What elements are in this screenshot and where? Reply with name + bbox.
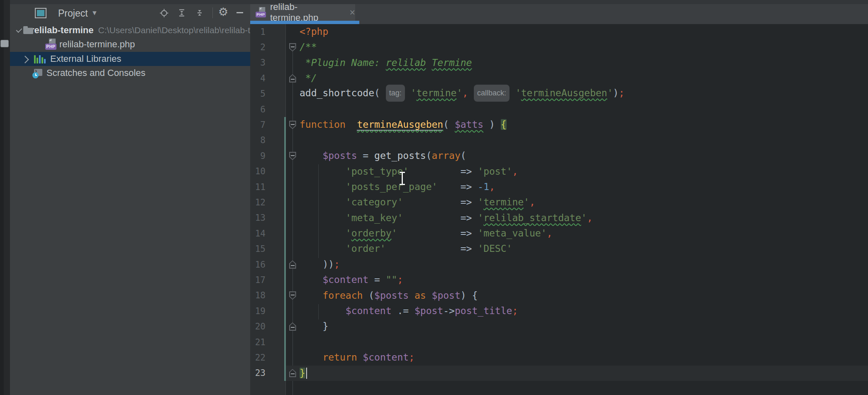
chevron-right-icon[interactable] bbox=[21, 56, 29, 63]
code-text[interactable]: $content .= $post->post_title; bbox=[300, 303, 868, 319]
code-text[interactable]: 'category' => 'termine', bbox=[300, 195, 868, 210]
code-line[interactable]: 1<?php bbox=[250, 24, 868, 39]
line-number[interactable]: 15 bbox=[250, 244, 285, 254]
tree-row-scratches[interactable]: Scratches and Consoles bbox=[10, 66, 250, 80]
code-line[interactable]: 16 )); bbox=[250, 257, 868, 272]
line-number[interactable]: 11 bbox=[250, 182, 285, 192]
code-line[interactable]: 23} bbox=[250, 366, 868, 381]
code-line[interactable]: 20 } bbox=[250, 319, 868, 334]
code-line[interactable]: 13 'meta_key' => 'relilab_startdate', bbox=[250, 210, 868, 226]
code-line[interactable]: 9 $posts = get_posts(array( bbox=[250, 148, 868, 163]
fold-end-icon[interactable] bbox=[289, 322, 296, 331]
tab-relilab-termine[interactable]: PHP relilab-termine.php × bbox=[250, 4, 355, 21]
code-line[interactable]: 12 'category' => 'termine', bbox=[250, 195, 868, 210]
locate-file-button[interactable] bbox=[159, 8, 168, 17]
gear-icon[interactable]: ⚙ bbox=[218, 5, 228, 19]
code-text[interactable]: /** bbox=[300, 39, 868, 55]
code-line[interactable]: 18 foreach ($posts as $post) { bbox=[250, 288, 868, 303]
collapse-all-button[interactable] bbox=[195, 8, 204, 17]
code-line[interactable]: 2/** bbox=[250, 39, 868, 55]
code-text[interactable]: <?php bbox=[300, 24, 868, 39]
tree-row-php-file[interactable]: PHP relilab-termine.php bbox=[10, 37, 250, 51]
line-number[interactable]: 14 bbox=[250, 229, 285, 239]
project-view-icon[interactable] bbox=[35, 8, 46, 18]
line-number[interactable]: 17 bbox=[250, 275, 285, 285]
line-number[interactable]: 3 bbox=[250, 58, 285, 68]
tree-row-external-libraries[interactable]: External Libraries bbox=[10, 52, 251, 66]
fold-start-icon[interactable] bbox=[289, 291, 296, 300]
code-text[interactable]: */ bbox=[300, 71, 868, 86]
line-number[interactable]: 4 bbox=[250, 73, 285, 83]
code-text[interactable]: 'order' => 'DESC' bbox=[300, 241, 868, 256]
code-line[interactable]: 3 *Plugin Name: relilab Termine bbox=[250, 55, 868, 71]
code-text[interactable]: foreach ($posts as $post) { bbox=[300, 288, 868, 303]
code-line[interactable]: 5add_shortcode( tag: 'termine', callback… bbox=[250, 86, 868, 102]
code-line[interactable]: 21 bbox=[250, 334, 868, 350]
fold-end-icon[interactable] bbox=[289, 74, 296, 83]
code-text[interactable]: 'meta_key' => 'relilab_startdate', bbox=[300, 210, 868, 226]
code-line[interactable]: 22 return $content; bbox=[250, 350, 868, 365]
project-panel-title[interactable]: Project bbox=[58, 8, 88, 19]
expand-all-button[interactable] bbox=[177, 8, 186, 17]
code-line[interactable]: 10 'post_type' => 'post', bbox=[250, 164, 868, 179]
fold-start-icon[interactable] bbox=[289, 43, 296, 51]
code-line[interactable]: 7function termineAusgeben( $atts ) { bbox=[250, 117, 868, 132]
line-number[interactable]: 9 bbox=[250, 151, 285, 161]
line-number[interactable]: 12 bbox=[250, 198, 285, 207]
hide-panel-button[interactable] bbox=[237, 12, 243, 13]
toolbar-divider bbox=[212, 7, 213, 18]
line-number[interactable]: 19 bbox=[250, 306, 285, 316]
code-text[interactable]: 'orderby' => 'meta_value', bbox=[300, 226, 868, 241]
code-line[interactable]: 19 $content .= $post->post_title; bbox=[250, 303, 868, 319]
fold-end-icon[interactable] bbox=[289, 369, 296, 377]
line-number[interactable]: 22 bbox=[250, 353, 285, 363]
code-line[interactable]: 4 */ bbox=[250, 71, 868, 86]
fold-start-icon[interactable] bbox=[289, 152, 296, 160]
line-number[interactable]: 5 bbox=[250, 89, 285, 99]
line-number[interactable]: 7 bbox=[250, 120, 285, 130]
code-line[interactable]: 11 'posts_per_page' => -1, bbox=[250, 179, 868, 195]
code-text[interactable]: } bbox=[300, 366, 868, 381]
code-text[interactable]: *Plugin Name: relilab Termine bbox=[300, 55, 868, 71]
code-text[interactable]: )); bbox=[300, 257, 868, 272]
code-line[interactable]: 8 bbox=[250, 133, 868, 148]
fold-column bbox=[285, 322, 300, 331]
chevron-down-icon[interactable]: ▾ bbox=[93, 8, 97, 17]
line-number[interactable]: 18 bbox=[250, 290, 285, 300]
line-number[interactable]: 20 bbox=[250, 322, 285, 332]
code-line[interactable]: 6 bbox=[250, 102, 868, 117]
code-line[interactable]: 17 $content = ""; bbox=[250, 272, 868, 288]
chevron-down-icon[interactable] bbox=[16, 27, 22, 33]
line-number[interactable]: 10 bbox=[250, 166, 285, 176]
code-line[interactable]: 15 'order' => 'DESC' bbox=[250, 241, 868, 256]
code-editor[interactable]: 1<?php2/**3 *Plugin Name: relilab Termin… bbox=[250, 24, 868, 395]
left-tool-strip-inner bbox=[4, 0, 10, 395]
close-icon[interactable]: × bbox=[350, 7, 355, 18]
code-text[interactable]: add_shortcode( tag: 'termine', callback:… bbox=[300, 85, 868, 102]
parameter-hint: tag: bbox=[386, 85, 405, 102]
code-line[interactable]: 14 'orderby' => 'meta_value', bbox=[250, 226, 868, 241]
fold-end-icon[interactable] bbox=[289, 261, 296, 269]
code-text[interactable]: $posts = get_posts(array( bbox=[300, 148, 868, 163]
line-number[interactable]: 21 bbox=[250, 337, 285, 347]
tool-window-icon[interactable] bbox=[0, 40, 9, 47]
line-number[interactable]: 1 bbox=[250, 27, 285, 37]
php-file-name: relilab-termine.php bbox=[59, 39, 135, 50]
tree-row-project-root[interactable]: relilab-termine C:\Users\Daniel\Desktop\… bbox=[10, 23, 250, 37]
line-number[interactable]: 13 bbox=[250, 213, 285, 223]
fold-column bbox=[285, 291, 300, 300]
code-text[interactable]: 'post_type' => 'post', bbox=[300, 164, 868, 179]
line-number[interactable]: 6 bbox=[250, 105, 285, 115]
code-text[interactable]: $content = ""; bbox=[300, 272, 868, 288]
code-text[interactable]: 'posts_per_page' => -1, bbox=[300, 179, 868, 195]
fold-start-icon[interactable] bbox=[289, 121, 296, 129]
line-number[interactable]: 23 bbox=[250, 368, 285, 378]
code-text[interactable]: return $content; bbox=[300, 350, 868, 365]
line-number[interactable]: 8 bbox=[250, 135, 285, 145]
tab-label: relilab-termine.php bbox=[270, 2, 343, 23]
php-file-icon: PHP bbox=[256, 7, 266, 18]
line-number[interactable]: 2 bbox=[250, 42, 285, 52]
line-number[interactable]: 16 bbox=[250, 260, 285, 270]
code-text[interactable]: function termineAusgeben( $atts ) { bbox=[300, 117, 868, 132]
code-text[interactable]: } bbox=[300, 319, 868, 334]
